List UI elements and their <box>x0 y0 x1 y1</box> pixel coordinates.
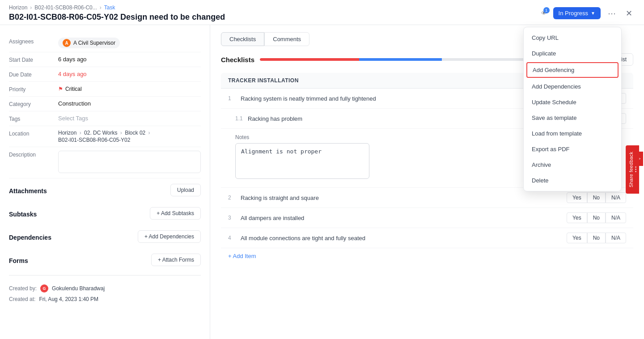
progress-blue <box>359 58 442 61</box>
add-item-button[interactable]: + Add Item <box>221 248 633 264</box>
progress-red <box>260 58 359 61</box>
location-root: Horizon <box>58 130 76 136</box>
item-number: 4 <box>228 235 241 241</box>
flag-icon: ⚑ <box>58 86 63 92</box>
duplicate-item[interactable]: Duplicate <box>524 46 621 61</box>
save-as-template-item[interactable]: Save as template <box>524 110 621 126</box>
creator-name: Gokulendu Bharadwaj <box>52 285 105 292</box>
dot-icon <box>635 167 636 168</box>
attachments-section-title: Attachments <box>9 182 47 198</box>
na-button[interactable]: N/A <box>606 233 626 243</box>
load-from-template-item[interactable]: Load from template <box>524 126 621 141</box>
na-button[interactable]: N/A <box>606 212 626 223</box>
dependencies-section-title: Dependencies <box>9 229 51 245</box>
no-button[interactable]: No <box>587 212 606 223</box>
item-text: All dampers are installed <box>241 215 567 221</box>
notification-badge: 1 <box>543 7 550 13</box>
item-number: 1.1 <box>235 115 248 122</box>
subtasks-section-title: Subtasks <box>9 205 37 221</box>
description-input[interactable] <box>58 151 201 173</box>
add-subtasks-button[interactable]: + Add Subtasks <box>150 207 201 220</box>
status-label: In Progress <box>559 10 588 17</box>
priority-value: Critical <box>65 86 82 92</box>
delete-item[interactable]: Delete <box>524 173 621 188</box>
dot-icon <box>635 169 636 170</box>
breadcrumb-root[interactable]: Horizon <box>9 4 27 11</box>
item-text: Racking is straight and square <box>241 195 567 201</box>
priority-tag[interactable]: ⚑ Critical <box>58 86 82 92</box>
no-button[interactable]: No <box>587 192 606 203</box>
priority-label: Priority <box>9 85 58 93</box>
yes-button[interactable]: Yes <box>567 192 587 203</box>
no-button[interactable]: No <box>587 233 606 243</box>
yes-no-na-group: Yes No N/A <box>567 212 626 223</box>
dropdown-menu: Copy URL Duplicate Add Geofencing Add De… <box>523 27 622 191</box>
tab-checklists[interactable]: Checklists <box>221 32 264 46</box>
location-block: Block 02 <box>125 130 145 136</box>
creator-avatar: G <box>40 284 48 292</box>
tags-label: Tags <box>9 115 58 122</box>
due-date-label: Due Date <box>9 71 58 78</box>
location-label: Location <box>9 130 58 137</box>
created-by-label: Created by: <box>9 285 37 292</box>
start-date-value[interactable]: 6 days ago <box>58 56 201 63</box>
update-schedule-item[interactable]: Update Schedule <box>524 94 621 110</box>
tags-input[interactable]: Select Tags <box>58 115 201 122</box>
location-dc: 02. DC Works <box>84 130 117 136</box>
due-date-value[interactable]: 4 days ago <box>58 71 201 77</box>
page-title: B02-I01-SCB08-R06-C05-Y02 Design need to… <box>9 13 225 22</box>
na-button[interactable]: N/A <box>606 192 626 203</box>
yes-no-na-group: Yes No N/A <box>567 233 626 243</box>
left-panel: Assignees A A Civil Supervisor Start Dat… <box>0 25 210 339</box>
add-dependencies-item[interactable]: Add Dependencies <box>524 79 621 94</box>
start-date-label: Start Date <box>9 56 58 63</box>
breadcrumb-current[interactable]: Task <box>104 4 115 11</box>
dot-icon <box>635 171 636 173</box>
tab-comments[interactable]: Comments <box>264 32 309 46</box>
assignee-name: A Civil Supervisor <box>73 40 115 46</box>
watch-button[interactable]: 👁 1 <box>539 8 549 18</box>
forms-section-title: Forms <box>9 252 28 268</box>
avatar: A <box>63 39 71 47</box>
breadcrumb: Horizon › B02-I01-SCB08-R06-C0... › Task <box>9 4 225 11</box>
share-feedback-label: Share feedback <box>628 152 634 187</box>
item-number: 3 <box>228 215 241 221</box>
description-label: Description <box>9 151 58 158</box>
add-geofencing-item[interactable]: Add Geofencing <box>526 62 619 78</box>
list-item: 3 All dampers are installed Yes No N/A <box>221 208 633 228</box>
assignee-tag[interactable]: A A Civil Supervisor <box>58 38 120 48</box>
item-text: All module connections are tight and ful… <box>241 235 567 242</box>
category-value[interactable]: Construction <box>58 100 201 107</box>
location-path: Horizon › 02. DC Works › Block 02 › <box>58 130 201 136</box>
location-sub: B02-I01-SCB08-R06-C05-Y02 <box>58 137 201 143</box>
attach-forms-button[interactable]: + Attach Forms <box>151 254 201 266</box>
category-label: Category <box>9 100 58 107</box>
created-at-value: Fri, Aug 4, 2023 1:40 PM <box>39 296 98 302</box>
breadcrumb-middle[interactable]: B02-I01-SCB08-R06-C0... <box>34 4 97 11</box>
upload-button[interactable]: Upload <box>170 184 201 196</box>
more-options-button[interactable]: ⋯ <box>605 7 619 20</box>
yes-button[interactable]: Yes <box>567 212 587 223</box>
yes-no-na-group: Yes No N/A <box>567 192 626 203</box>
yes-button[interactable]: Yes <box>567 233 587 243</box>
item-number: 2 <box>228 195 241 201</box>
add-dependencies-button[interactable]: + Add Dependencies <box>138 230 201 243</box>
checklists-title: Checklists <box>221 56 254 64</box>
close-button[interactable]: ✕ <box>623 7 635 20</box>
chevron-down-icon: ▼ <box>591 11 595 16</box>
item-number: 1 <box>228 95 241 102</box>
notes-input[interactable]: Alignment is not proper <box>235 143 369 179</box>
export-as-pdf-item[interactable]: Export as PDF <box>524 141 621 157</box>
archive-item[interactable]: Archive <box>524 157 621 173</box>
share-feedback-button[interactable]: Share feedback <box>626 145 639 194</box>
status-button[interactable]: In Progress ▼ <box>553 7 601 19</box>
list-item: 4 All module connections are tight and f… <box>221 228 633 248</box>
assignees-label: Assignees <box>9 38 58 45</box>
created-at-label: Created at: <box>9 296 35 302</box>
copy-url-item[interactable]: Copy URL <box>524 30 621 46</box>
